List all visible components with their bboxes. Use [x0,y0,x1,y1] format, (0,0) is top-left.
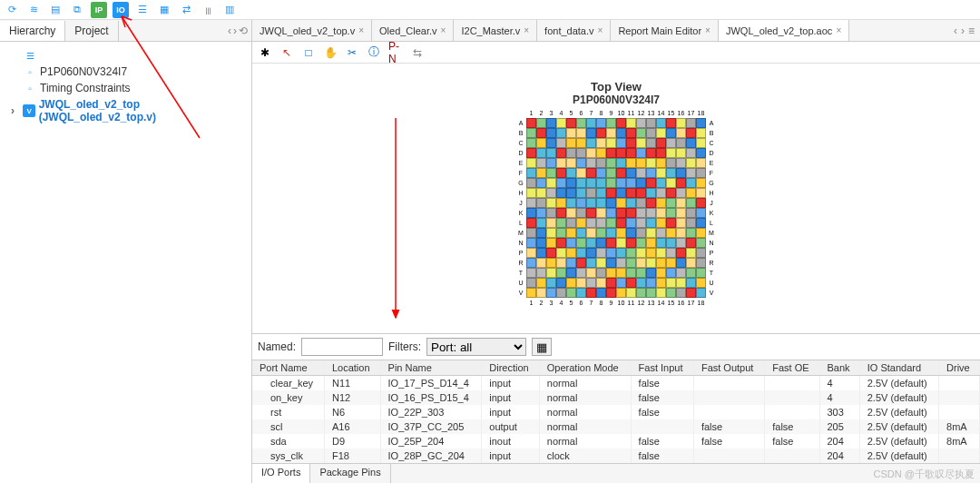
tab-package-pins[interactable]: Package Pins [310,464,390,483]
pin-cell[interactable] [676,278,686,288]
chart-icon[interactable]: ⫼ [200,2,216,18]
pin-cell[interactable] [676,118,686,128]
tab-project[interactable]: Project [65,21,118,41]
pin-cell[interactable] [686,268,696,278]
pin-cell[interactable] [646,168,656,178]
column-header[interactable]: Bank [819,360,859,376]
pin-cell[interactable] [566,288,576,298]
sync-icon[interactable]: ⟲ [239,25,248,37]
pin-cell[interactable] [616,258,626,268]
pin-cell[interactable] [676,258,686,268]
pin-cell[interactable] [636,158,646,168]
pin-cell[interactable] [646,258,656,268]
pin-cell[interactable] [656,148,666,158]
pin-cell[interactable] [676,228,686,238]
pin-cell[interactable] [666,148,676,158]
pn-label[interactable]: P-N [388,45,403,60]
pin-cell[interactable] [666,118,676,128]
pin-cell[interactable] [586,228,596,238]
pin-cell[interactable] [596,118,606,128]
pin-cell[interactable] [586,188,596,198]
pin-cell[interactable] [526,118,536,128]
pin-cell[interactable] [586,178,596,188]
list-icon[interactable]: ☰ [134,2,151,18]
grid-icon[interactable]: ▦ [156,2,172,18]
pin-cell[interactable] [696,178,706,188]
pin-cell[interactable] [646,278,656,288]
pin-cell[interactable] [666,158,676,168]
pin-cell[interactable] [566,228,576,238]
pin-cell[interactable] [616,278,626,288]
pin-cell[interactable] [576,278,586,288]
pin-cell[interactable] [596,258,606,268]
pin-cell[interactable] [526,218,536,228]
pin-cell[interactable] [546,128,556,138]
pin-cell[interactable] [626,178,636,188]
pin-cell[interactable] [526,268,536,278]
pin-cell[interactable] [566,278,576,288]
pin-cell[interactable] [536,268,546,278]
pin-cell[interactable] [676,288,686,298]
pin-cell[interactable] [626,158,636,168]
pin-cell[interactable] [696,268,706,278]
crop-icon[interactable]: ✂ [345,45,359,60]
pin-cell[interactable] [536,218,546,228]
pin-cell[interactable] [536,178,546,188]
pin-cell[interactable] [526,278,536,288]
pin-cell[interactable] [626,258,636,268]
pin-cell[interactable] [686,258,696,268]
pin-cell[interactable] [606,178,616,188]
tree-top-module[interactable]: ›VJWQL_oled_v2_top (JWQL_oled_v2_top.v) [4,96,248,125]
pin-cell[interactable] [636,218,646,228]
pin-cell[interactable] [556,198,566,208]
pin-cell[interactable] [586,288,596,298]
pin-cell[interactable] [696,168,706,178]
pin-cell[interactable] [656,168,666,178]
pin-cell[interactable] [626,208,636,218]
pin-cell[interactable] [636,228,646,238]
tab-hierarchy[interactable]: Hierarchy [0,21,65,41]
pin-cell[interactable] [566,168,576,178]
pin-cell[interactable] [566,208,576,218]
pin-cell[interactable] [536,228,546,238]
pin-cell[interactable] [656,188,666,198]
pin-cell[interactable] [536,248,546,258]
table-row[interactable]: sys_clkF18IO_28P_GC_204inputclockfalse20… [252,448,980,463]
pin-cell[interactable] [626,148,636,158]
pin-cell[interactable] [586,268,596,278]
pin-cell[interactable] [636,248,646,258]
pin-cell[interactable] [526,198,536,208]
pin-cell[interactable] [546,158,556,168]
pin-cell[interactable] [546,168,556,178]
column-header[interactable]: Location [324,360,380,376]
table-row[interactable]: clear_keyN11IO_17_PS_D14_4inputnormalfal… [252,376,980,391]
pin-cell[interactable] [576,168,586,178]
pin-cell[interactable] [616,238,626,248]
editor-tab[interactable]: JWQL_oled_v2_top.aoc× [719,20,849,41]
pin-cell[interactable] [586,138,596,148]
pin-cell[interactable] [566,158,576,168]
pin-cell[interactable] [546,238,556,248]
pin-cell[interactable] [656,238,666,248]
table-row[interactable]: sclA16IO_37P_CC_205outputnormalfalsefals… [252,419,980,434]
pin-cell[interactable] [536,138,546,148]
pin-cell[interactable] [626,278,636,288]
pin-cell[interactable] [616,198,626,208]
pin-cell[interactable] [566,218,576,228]
pin-cell[interactable] [526,168,536,178]
pin-cell[interactable] [586,168,596,178]
pin-cell[interactable] [686,148,696,158]
pin-cell[interactable] [606,168,616,178]
pin-cell[interactable] [576,268,586,278]
pin-cell[interactable] [566,118,576,128]
pin-cell[interactable] [556,178,566,188]
pin-cell[interactable] [656,118,666,128]
pin-cell[interactable] [536,188,546,198]
pin-cell[interactable] [646,268,656,278]
pin-cell[interactable] [656,128,666,138]
pin-cell[interactable] [626,198,636,208]
pin-cell[interactable] [696,128,706,138]
pin-cell[interactable] [686,218,696,228]
pin-cell[interactable] [606,258,616,268]
pin-cell[interactable] [536,148,546,158]
